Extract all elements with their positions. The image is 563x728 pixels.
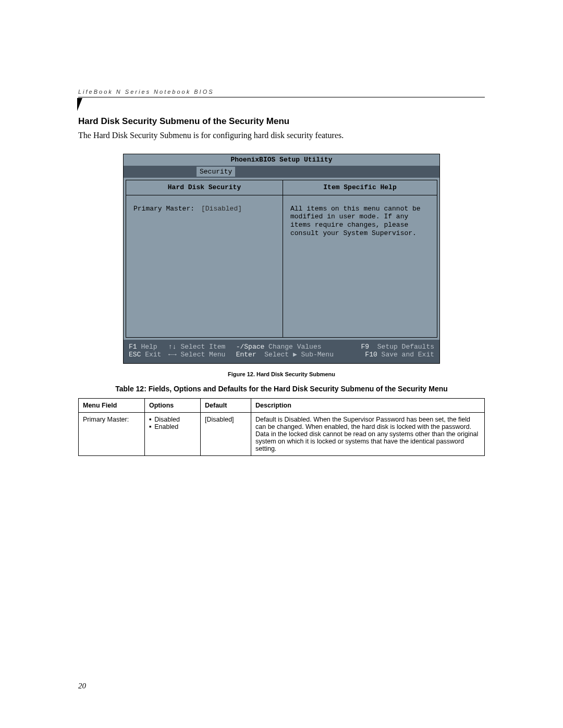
bios-help-panel: Item Specific Help All items on this men… bbox=[283, 180, 437, 338]
bios-body: Hard Disk Security Primary Master: [Disa… bbox=[124, 178, 439, 340]
figure-caption: Figure 12. Hard Disk Security Submenu bbox=[78, 371, 485, 377]
key-minusspace: -/Space bbox=[236, 343, 265, 351]
bios-field-row: Primary Master: [Disabled] bbox=[133, 205, 275, 213]
th-options: Options bbox=[145, 398, 201, 412]
table-caption: Table 12: Fields, Options and Defaults f… bbox=[78, 385, 485, 393]
section-heading: Hard Disk Security Submenu of the Securi… bbox=[78, 116, 485, 127]
table-row: Primary Master: Disabled Enabled [Disabl… bbox=[79, 412, 485, 455]
bios-left-panel: Hard Disk Security Primary Master: [Disa… bbox=[126, 180, 283, 338]
label-setup-defaults: Setup Defaults bbox=[377, 343, 434, 351]
bios-title: PhoenixBIOS Setup Utility bbox=[124, 154, 439, 166]
key-esc: ESC bbox=[129, 351, 141, 359]
th-menu-field: Menu Field bbox=[79, 398, 145, 412]
bios-help-heading: Item Specific Help bbox=[283, 180, 437, 195]
key-f9: F9 bbox=[361, 343, 370, 351]
cell-default: [Disabled] bbox=[201, 412, 251, 455]
cell-menu-field: Primary Master: bbox=[79, 412, 145, 455]
tab-security: Security bbox=[197, 167, 235, 177]
option-disabled: Disabled bbox=[149, 416, 196, 423]
header-ornament bbox=[77, 98, 82, 111]
running-header: LifeBook N Series Notebook BIOS bbox=[78, 89, 485, 97]
cell-description: Default is Disabled. When the Supervisor… bbox=[251, 412, 485, 455]
bios-field-label: Primary Master: bbox=[133, 205, 201, 213]
key-f1: F1 bbox=[129, 343, 137, 351]
bios-screenshot: PhoenixBIOS Setup Utility Security Hard … bbox=[123, 154, 440, 364]
label-select-submenu-pre: Select bbox=[264, 351, 293, 359]
bios-field-value: [Disabled] bbox=[201, 205, 242, 213]
bios-footer: F1 Help ↑↓ Select Item -/Space Change Va… bbox=[124, 340, 439, 363]
leftright-icon: ←→ bbox=[168, 351, 177, 359]
cell-options: Disabled Enabled bbox=[145, 412, 201, 455]
label-select-menu: Select Menu bbox=[180, 351, 225, 359]
updown-icon: ↑↓ bbox=[168, 343, 177, 351]
key-f10: F10 bbox=[365, 351, 377, 359]
th-description: Description bbox=[251, 398, 485, 412]
bios-help-text: All items on this menu cannot be modifie… bbox=[283, 195, 437, 337]
fields-table: Menu Field Options Default Description P… bbox=[78, 398, 485, 456]
intro-paragraph: The Hard Disk Security Submenu is for co… bbox=[78, 131, 485, 140]
triangle-icon: ▶ bbox=[293, 351, 297, 359]
label-select-submenu-post: Sub-Menu bbox=[297, 351, 334, 359]
bios-tab-bar: Security bbox=[124, 166, 439, 178]
th-default: Default bbox=[201, 398, 251, 412]
label-save-exit: Save and Exit bbox=[382, 351, 434, 359]
bios-left-heading: Hard Disk Security bbox=[126, 180, 283, 195]
document-page: LifeBook N Series Notebook BIOS Hard Dis… bbox=[0, 0, 563, 728]
label-help: Help bbox=[141, 343, 157, 351]
option-enabled: Enabled bbox=[149, 423, 196, 430]
label-select-item: Select Item bbox=[180, 343, 225, 351]
label-exit: Exit bbox=[145, 351, 161, 359]
table-header-row: Menu Field Options Default Description bbox=[79, 398, 485, 412]
page-number: 20 bbox=[78, 682, 86, 690]
label-change-values: Change Values bbox=[268, 343, 321, 351]
key-enter: Enter bbox=[236, 351, 256, 359]
